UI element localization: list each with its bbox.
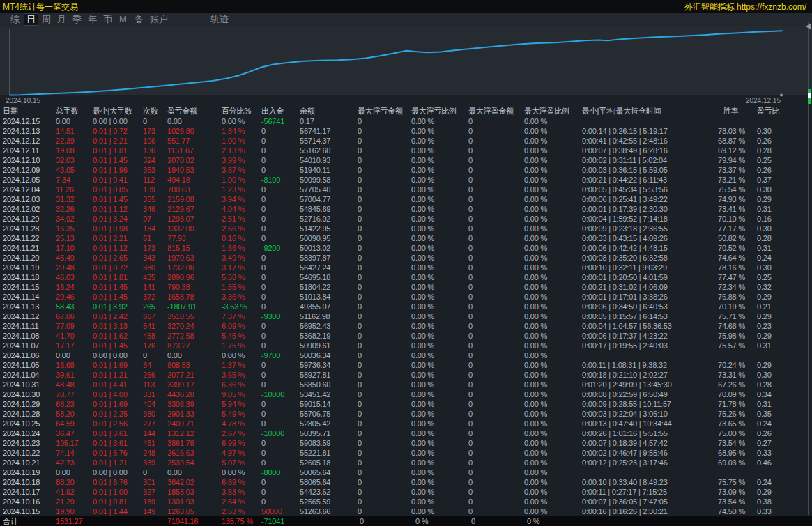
cell-trade-count: 139	[143, 185, 155, 194]
cell-date: 2024.10.17	[3, 487, 40, 497]
cell-pl-ratio: 0.38	[757, 497, 772, 506]
cell-balance: 51263.66	[300, 506, 330, 516]
cell-pnl-percent: 6.69 %	[222, 477, 245, 487]
cell-trade-count: 667	[143, 311, 155, 321]
cell-balance: 50013.02	[300, 243, 330, 253]
cell-pl-ratio: 0.29	[757, 487, 772, 497]
cell-max-floating-loss: 0	[358, 409, 362, 419]
cell-date: 2024.11.28	[3, 224, 39, 233]
cell-max-floating-loss-pct: 0.00 %	[411, 389, 434, 399]
cell-trade-count: 353	[143, 165, 155, 175]
cell-pnl-amount: 1301.93	[167, 497, 194, 506]
menu-item-8[interactable]: M	[119, 14, 127, 25]
menu-item-6[interactable]: 年	[88, 14, 97, 25]
cell-max-floating-profit: 0	[468, 448, 473, 458]
cell-total-lots: 43.05	[56, 165, 75, 175]
cell-pl-ratio: 0.37	[757, 175, 772, 185]
cell-holding-time: 0:00:02 | 0:31:11 | 5:02:04	[582, 155, 667, 165]
cell-date: 2024.12.03	[3, 194, 40, 204]
cell-max-floating-loss-pct: 0.00 %	[411, 136, 434, 146]
menu-item-7[interactable]: 币	[103, 14, 112, 25]
cell-min-max-lots: 0.01 | 3.13	[93, 321, 128, 331]
cell-max-floating-profit: 0	[468, 282, 473, 292]
cell-max-floating-profit-pct: 0.00 %	[524, 438, 547, 448]
cell-max-floating-profit-pct: 0.00 %	[524, 458, 547, 467]
menu-item-10[interactable]: 账户	[150, 14, 168, 25]
cell-pnl-percent: 6.36 %	[222, 380, 245, 389]
cell-trade-count: 173	[143, 243, 155, 253]
menu-item-3[interactable]: 周	[42, 14, 51, 25]
table-row: 2024.11.2934.920.01 | 3.24971293.072.51 …	[0, 214, 812, 224]
cell-max-floating-loss: 0	[358, 380, 362, 389]
cell-max-floating-loss: 0	[358, 126, 362, 136]
cell-trade-count: 173	[143, 126, 155, 136]
cell-trade-count: 184	[143, 224, 155, 233]
cell-pnl-amount: 1332.00	[167, 224, 194, 233]
cell-holding-time: 0:00:21 | 0:31:02 | 4:06:09	[582, 282, 668, 292]
cell-total-lots: 29.46	[56, 292, 75, 302]
cell-max-floating-loss: 0	[358, 389, 362, 399]
cell-max-floating-profit-pct: 0.00 %	[524, 409, 547, 419]
menu-item-4[interactable]: 月	[57, 14, 66, 25]
cell-max-floating-profit: 0	[468, 185, 473, 194]
cell-pnl-percent: 3.17 %	[222, 263, 245, 272]
cell-deposit-withdrawal: 0	[261, 272, 266, 282]
total-label: 合计	[3, 516, 18, 526]
table-row: 2024.11.1929.480.01 | 0.723801732.063.17…	[0, 263, 812, 272]
cell-win-rate: 79.94 %	[718, 155, 745, 165]
menu-item-1[interactable]: 综	[10, 14, 20, 25]
cell-max-floating-loss-pct: 0.00 %	[411, 155, 434, 165]
cell-holding-time: 0:00:10 | 0:33:40 | 8:49:23	[582, 477, 668, 487]
cell-pnl-amount: 2077.21	[167, 370, 194, 380]
cell-max-floating-loss-pct: 0.00 %	[411, 380, 434, 389]
cell-win-rate: 73.65 %	[718, 419, 745, 428]
cell-pnl-amount: 2772.58	[167, 331, 194, 341]
cell-holding-time: 0:00:07 | 0:38:49 | 6:28:16	[582, 146, 668, 155]
cell-pnl-percent: 6.99 %	[222, 438, 245, 448]
table-row: 2024.11.1267.060.01 | 2.426673510.557.37…	[0, 311, 812, 321]
cell-win-rate: 75.57 %	[718, 341, 745, 350]
column-header-max-floating-loss-pct: 最大浮亏比例	[411, 106, 457, 116]
cell-pnl-amount: 1026.80	[167, 126, 194, 136]
cell-max-floating-profit: 0	[468, 155, 473, 165]
menu-item-2[interactable]: 日	[24, 13, 38, 26]
cell-date: 2024.11.19	[3, 263, 39, 272]
menu-item-5[interactable]: 季	[72, 14, 82, 25]
cell-date: 2024.11.13	[3, 302, 39, 311]
column-header-pnl-percent: 百分比%	[222, 106, 251, 116]
cell-pnl-percent: 1.75 %	[222, 341, 245, 350]
cell-pnl-percent: 3.94 %	[222, 194, 245, 204]
cell-max-floating-loss-pct: 0.00 %	[411, 477, 434, 487]
cell-pnl-percent: 2.67 %	[222, 428, 245, 438]
cell-max-floating-profit-pct: 0.00 %	[524, 136, 547, 146]
cell-pl-ratio: 0.31	[757, 399, 772, 409]
scroll-arrow-icon[interactable]	[806, 23, 811, 30]
cell-win-rate: 76.88 %	[718, 292, 745, 302]
menu-item-9[interactable]: 备	[135, 14, 144, 25]
table-row: 2024.12.0331.320.01 | 1.453552159.083.94…	[0, 194, 812, 204]
cell-max-floating-profit-pct: 0.00 %	[524, 116, 547, 126]
table-row: 2024.11.2117.100.01 | 1.12173815.151.66 …	[0, 243, 812, 253]
cell-balance: 51804.22	[300, 282, 330, 292]
cell-deposit-withdrawal: 0	[261, 253, 266, 263]
table-row: 2024.11.1516.240.01 | 1.45141790.381.55 …	[0, 282, 812, 292]
cell-pnl-amount: 790.38	[167, 282, 190, 292]
cell-max-floating-profit: 0	[468, 136, 473, 146]
cell-total-lots: 36.47	[56, 428, 75, 438]
cell-pnl-amount: 2129.67	[167, 204, 194, 214]
brand-link[interactable]: 外汇智能指标 https://fxznzb.com/	[684, 1, 806, 13]
cell-max-floating-profit-pct: 0.00 %	[524, 311, 547, 321]
cell-max-floating-profit-pct: 0.00 %	[524, 224, 547, 233]
menu-item-11[interactable]: 轨迹	[210, 14, 229, 25]
cell-max-floating-loss: 0	[358, 370, 362, 380]
cell-date: 2024.11.12	[3, 311, 39, 321]
cell-max-floating-loss: 0	[358, 487, 362, 497]
cell-max-floating-loss: 0	[358, 331, 362, 341]
cell-pnl-amount: 3510.55	[167, 311, 194, 321]
cell-balance: 51013.84	[300, 292, 330, 302]
table-row: 2024.12.1222.390.01 | 2.21106551.771.00 …	[0, 136, 812, 146]
cell-total-lots: 7.34	[56, 175, 70, 185]
table-row: 2024.11.0516.680.01 | 1.6984808.531.37 %…	[0, 360, 812, 370]
cell-holding-time: 0:00:03 | 0:22:04 | 3:05:10	[582, 409, 668, 419]
cell-win-rate: 72.34 %	[718, 282, 745, 292]
